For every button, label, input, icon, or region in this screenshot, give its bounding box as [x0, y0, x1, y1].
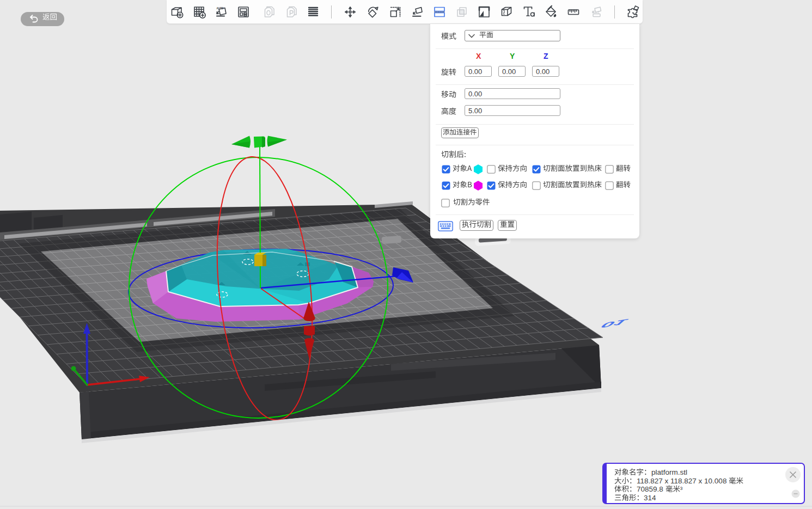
svg-text:01: 01 [597, 317, 631, 330]
svg-text:AUTO: AUTO [217, 7, 224, 10]
